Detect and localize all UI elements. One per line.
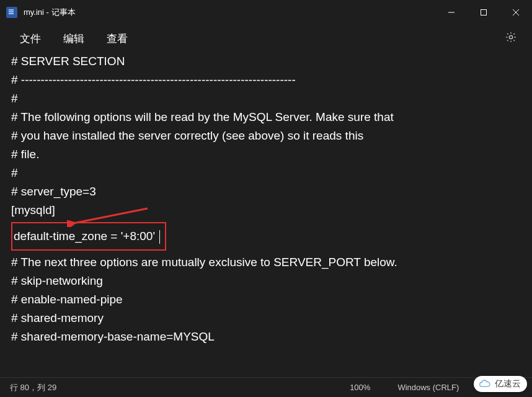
editor-line: # server_type=3 xyxy=(11,182,521,201)
menu-edit[interactable]: 编辑 xyxy=(52,27,95,51)
watermark-badge: 亿速云 xyxy=(474,376,527,392)
titlebar: my.ini - 记事本 xyxy=(0,0,532,25)
editor-line: # you have installed the server correctl… xyxy=(11,127,521,145)
editor-line: # shared-memory xyxy=(11,309,521,328)
editor-line: # The following options will be read by … xyxy=(11,108,521,127)
svg-rect-1 xyxy=(481,10,487,16)
menubar: 文件 编辑 查看 xyxy=(0,25,532,52)
editor-line: # xyxy=(11,164,521,182)
editor-line: # file. xyxy=(11,145,521,164)
text-editor[interactable]: default character set # SERVER SECTION #… xyxy=(0,52,532,377)
text-cursor xyxy=(159,230,160,244)
editor-line: # skip-networking xyxy=(11,272,521,290)
statusbar: 行 80，列 29 100% Windows (CRLF) CSDN @ xyxy=(0,377,532,397)
watermark-text: 亿速云 xyxy=(495,378,521,390)
window-controls xyxy=(435,0,532,25)
maximize-button[interactable] xyxy=(468,0,500,25)
status-position: 行 80，列 29 xyxy=(10,382,56,393)
close-button[interactable] xyxy=(500,0,532,25)
menu-view[interactable]: 查看 xyxy=(95,27,139,51)
status-zoom: 100% xyxy=(336,383,384,392)
editor-line: # shared-memory-base-name=MYSQL xyxy=(11,328,521,346)
minimize-button[interactable] xyxy=(435,0,468,25)
editor-line: [mysqld] xyxy=(11,201,521,220)
editor-line: # SERVER SECTION xyxy=(11,52,521,71)
editor-line: # --------------------------------------… xyxy=(11,71,521,89)
notepad-icon xyxy=(6,7,17,18)
editor-line: # xyxy=(11,89,521,108)
cloud-icon xyxy=(479,380,491,388)
svg-point-4 xyxy=(509,35,512,38)
editor-line: # enable-named-pipe xyxy=(11,290,521,309)
settings-button[interactable] xyxy=(499,27,523,50)
gear-icon xyxy=(505,31,517,46)
editor-line: # The next three options are mutually ex… xyxy=(11,253,521,272)
highlighted-line-box: default-time_zone = '+8:00' xyxy=(11,222,166,251)
status-line-ending: Windows (CRLF) xyxy=(384,383,472,392)
editor-highlighted-line: default-time_zone = '+8:00' xyxy=(14,230,158,243)
window-title: my.ini - 记事本 xyxy=(24,7,435,18)
menu-file[interactable]: 文件 xyxy=(9,27,52,51)
